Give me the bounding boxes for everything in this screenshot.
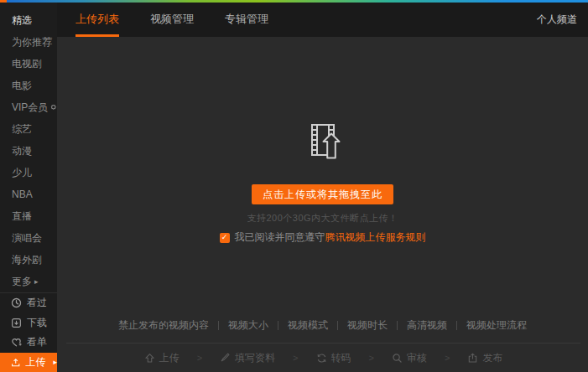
sidebar-channel-2[interactable]: 电视剧 bbox=[0, 53, 57, 75]
sidebar-channel-3[interactable]: 电影 bbox=[0, 75, 57, 96]
sidebar-channel-label: 动漫 bbox=[12, 140, 32, 162]
sidebar-channel-label: 电视剧 bbox=[12, 53, 42, 75]
tab-2[interactable]: 专辑管理 bbox=[225, 3, 268, 37]
sidebar-channel-7[interactable]: 少儿 bbox=[0, 162, 57, 183]
sidebar-channel-label: 直播 bbox=[12, 205, 32, 227]
magnifier-icon bbox=[392, 353, 403, 364]
step-label: 上传 bbox=[159, 351, 180, 365]
upload-dropzone[interactable]: 点击上传或将其拖拽至此 支持200个30G内大文件断点上传！ ✓ 我已阅读并同意… bbox=[57, 37, 588, 372]
sidebar-channel-label: 精选 bbox=[12, 9, 32, 31]
step-4: 发布 bbox=[467, 351, 502, 365]
sidebar-channel-label: VIP会员 bbox=[12, 96, 48, 118]
help-links: 禁止发布的视频内容视频大小视频模式视频时长高清视频视频处理流程 bbox=[57, 318, 588, 333]
sidebar-tool-0[interactable]: 看过 bbox=[0, 293, 57, 313]
clock-icon bbox=[11, 297, 22, 308]
tab-bar: 上传列表视频管理专辑管理 个人频道 bbox=[57, 3, 588, 37]
vip-badge-icon bbox=[50, 104, 57, 111]
step-0: 上传 bbox=[144, 351, 180, 365]
sidebar-channel-label: 综艺 bbox=[12, 118, 32, 140]
chevron-right-icon: > bbox=[369, 353, 374, 363]
footer-link-1[interactable]: 视频大小 bbox=[228, 318, 268, 333]
refresh-icon bbox=[316, 353, 327, 364]
footer-link-3[interactable]: 视频时长 bbox=[347, 318, 388, 333]
sidebar-channel-0[interactable]: 精选 bbox=[0, 9, 57, 31]
tab-1[interactable]: 视频管理 bbox=[150, 3, 194, 37]
step-label: 填写资料 bbox=[235, 351, 275, 365]
upload-button[interactable]: 点击上传或将其拖拽至此 bbox=[252, 184, 393, 204]
agreement-link[interactable]: 腾讯视频上传服务规则 bbox=[325, 230, 426, 245]
divider bbox=[337, 321, 338, 330]
main-area: 上传列表视频管理专辑管理 个人频道 点击上传或将其拖拽至此 支持200个30G内… bbox=[57, 3, 588, 372]
footer-link-5[interactable]: 视频处理流程 bbox=[466, 318, 527, 333]
agreement-text: 我已阅读并同意遵守 bbox=[235, 230, 325, 245]
pencil-icon bbox=[220, 353, 231, 364]
sidebar-channel-label: NBA bbox=[12, 183, 33, 205]
sidebar-tool-label: 上传 bbox=[25, 355, 45, 369]
publish-icon bbox=[467, 353, 478, 364]
divider bbox=[278, 321, 278, 330]
step-label: 转码 bbox=[331, 351, 351, 365]
channel-nav: 精选为你推荐电视剧电影VIP会员综艺动漫少儿NBA直播演唱会海外剧更多▸ bbox=[0, 3, 57, 292]
sidebar-channel-11[interactable]: 海外剧 bbox=[0, 249, 57, 271]
sidebar-channel-label: 为你推荐 bbox=[12, 31, 52, 53]
sidebar-tool-3[interactable]: 上传▸ bbox=[0, 353, 57, 372]
sidebar-channel-6[interactable]: 动漫 bbox=[0, 140, 57, 162]
sidebar-tool-2[interactable]: 看单 bbox=[0, 333, 57, 353]
divider bbox=[218, 321, 219, 330]
sidebar-tool-label: 下载 bbox=[27, 316, 47, 330]
sidebar-tool-label: 看过 bbox=[27, 296, 47, 310]
personal-channel-link[interactable]: 个人频道 bbox=[537, 3, 577, 37]
tab-0[interactable]: 上传列表 bbox=[75, 3, 119, 37]
upload-hint: 支持200个30G内大文件断点上传！ bbox=[57, 212, 588, 225]
sidebar-channel-1[interactable]: 为你推荐 bbox=[0, 31, 57, 53]
footer-link-0[interactable]: 禁止发布的视频内容 bbox=[118, 318, 209, 333]
step-2: 转码 bbox=[316, 351, 351, 365]
sidebar-channel-label: 更多 bbox=[12, 271, 32, 292]
step-3: 审核 bbox=[392, 351, 427, 365]
top-gradient-bar bbox=[0, 0, 588, 3]
sidebar-channel-8[interactable]: NBA bbox=[0, 183, 57, 205]
caret-right-icon: ▸ bbox=[53, 358, 57, 366]
sidebar-tool-1[interactable]: 下载 bbox=[0, 313, 57, 333]
chevron-right-icon: > bbox=[293, 353, 298, 363]
agreement-row: ✓ 我已阅读并同意遵守 腾讯视频上传服务规则 bbox=[57, 230, 588, 245]
sidebar: 精选为你推荐电视剧电影VIP会员综艺动漫少儿NBA直播演唱会海外剧更多▸ 看过下… bbox=[0, 3, 57, 372]
footer-link-2[interactable]: 视频模式 bbox=[288, 318, 328, 333]
sidebar-channel-4[interactable]: VIP会员 bbox=[0, 96, 57, 118]
sidebar-tool-label: 看单 bbox=[27, 335, 47, 349]
sidebar-channel-label: 海外剧 bbox=[12, 249, 42, 271]
divider bbox=[397, 321, 398, 330]
tabs: 上传列表视频管理专辑管理 bbox=[75, 3, 299, 37]
chevron-right-icon: > bbox=[197, 353, 202, 363]
user-tools-nav: 看过下载看单上传▸ bbox=[0, 292, 57, 372]
sidebar-channel-9[interactable]: 直播 bbox=[0, 205, 57, 227]
divider bbox=[456, 321, 457, 330]
process-steps: 上传>填写资料>转码>审核>发布 bbox=[66, 343, 580, 372]
film-upload-icon bbox=[304, 121, 342, 163]
caret-right-icon: ▸ bbox=[34, 271, 39, 292]
heart-plus-icon bbox=[11, 337, 22, 348]
footer-link-4[interactable]: 高清视频 bbox=[407, 318, 447, 333]
upload-arrow-icon bbox=[144, 353, 155, 364]
sidebar-channel-label: 电影 bbox=[12, 75, 32, 96]
chevron-right-icon: > bbox=[445, 353, 450, 363]
sidebar-channel-5[interactable]: 综艺 bbox=[0, 118, 57, 140]
step-label: 发布 bbox=[482, 351, 502, 365]
download-icon bbox=[11, 318, 22, 328]
sidebar-channel-12[interactable]: 更多▸ bbox=[0, 271, 57, 292]
sidebar-channel-label: 少儿 bbox=[12, 162, 32, 183]
sidebar-channel-10[interactable]: 演唱会 bbox=[0, 227, 57, 249]
step-1: 填写资料 bbox=[220, 351, 275, 365]
agreement-checkbox[interactable]: ✓ bbox=[220, 233, 230, 243]
sidebar-channel-label: 演唱会 bbox=[12, 227, 42, 249]
upload-tray-icon bbox=[11, 357, 20, 368]
step-label: 审核 bbox=[407, 351, 427, 365]
